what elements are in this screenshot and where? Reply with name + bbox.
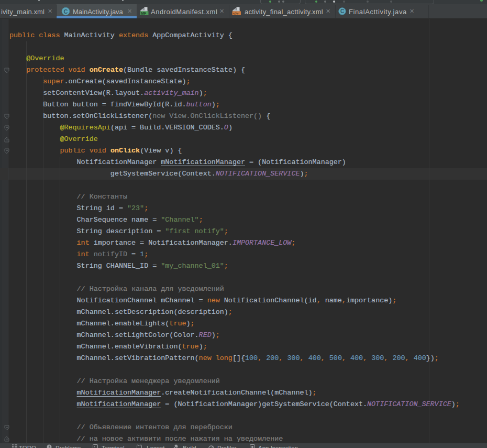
svg-text:C: C [340,8,344,14]
svg-text:C: C [64,8,68,15]
svg-text:<?>: <?> [233,12,239,15]
svg-text:MF: MF [141,12,146,15]
